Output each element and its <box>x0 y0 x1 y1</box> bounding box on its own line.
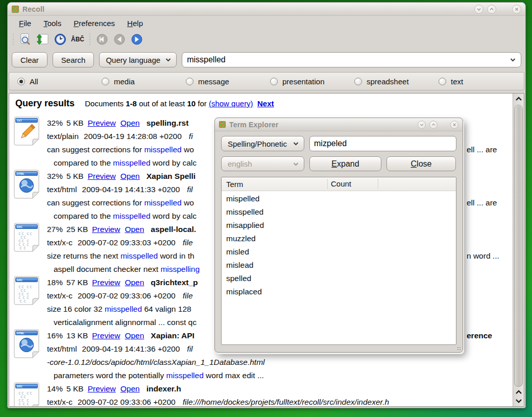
show-query-link[interactable]: (show query) <box>209 99 253 108</box>
filter-option-text[interactable]: text <box>439 77 523 86</box>
results-header: Query results Documents 1-8 out of at le… <box>15 98 274 109</box>
svg-text:c: c <box>27 231 29 236</box>
unshade-button[interactable] <box>487 5 496 14</box>
open-link[interactable]: Open <box>120 119 140 127</box>
menu-item-help[interactable]: Help <box>122 17 148 29</box>
filter-option-all[interactable]: All <box>17 77 102 86</box>
column-header-count[interactable]: Count <box>327 179 378 189</box>
update-index-icon[interactable] <box>36 32 50 47</box>
html-file-icon[interactable]: HTML <box>13 329 40 359</box>
filter-option-media[interactable]: media <box>102 77 186 86</box>
file-size: 13 KB <box>66 331 88 340</box>
snippet-text: can suggest corrections for <box>47 198 144 207</box>
result-date: 2009-07-02 09:33:06 +0200 <box>78 398 176 406</box>
term-row[interactable]: mispelled <box>222 192 456 205</box>
mime-type: text/x-c <box>47 398 72 406</box>
preview-link[interactable]: Preview <box>92 331 120 340</box>
open-link[interactable]: Open <box>125 331 144 340</box>
term-row[interactable]: muzzled <box>222 232 456 245</box>
file-size: 25 KB <box>66 225 88 234</box>
radio-icon[interactable] <box>439 78 446 85</box>
scroll-down-button[interactable] <box>513 396 524 405</box>
preview-link[interactable]: Preview <box>88 384 116 393</box>
expand-button[interactable]: Expand <box>309 156 381 171</box>
result-info-line: text/html2009-04-19 14:41:36 +0200fil <box>47 342 216 356</box>
preview-link[interactable]: Preview <box>92 225 120 234</box>
toolbar-handle[interactable] <box>11 33 15 45</box>
src-file-icon[interactable]: SRCcccccccccccccc <box>13 223 40 252</box>
dialog-unshade-button[interactable] <box>429 121 438 129</box>
snippet-text: aspell document checker next <box>54 265 160 273</box>
menu-item-preferences[interactable]: Preferences <box>68 17 120 29</box>
term-row[interactable]: misapplied <box>222 219 456 232</box>
window-titlebar[interactable]: Recoll <box>8 3 525 16</box>
menu-bar: FileToolsPreferencesHelp <box>8 16 525 30</box>
radio-icon[interactable] <box>102 78 109 85</box>
term-row[interactable]: misplaced <box>222 285 456 298</box>
next-page-icon[interactable] <box>130 32 144 47</box>
previous-page-icon[interactable] <box>112 32 127 47</box>
txt-file-icon[interactable]: TXT <box>13 117 40 146</box>
expansion-mode-select[interactable]: Spelling/Phonetic <box>221 136 304 151</box>
open-link[interactable]: Open <box>120 384 140 393</box>
dialog-shade-button[interactable] <box>418 121 426 129</box>
relevance-percent: 16% <box>47 331 63 340</box>
query-language-select[interactable]: Query language <box>99 52 177 67</box>
preview-link[interactable]: Preview <box>92 278 120 287</box>
snippet-text: word by calc <box>151 158 197 167</box>
radio-icon[interactable] <box>17 78 25 85</box>
clear-button[interactable]: Clear <box>12 52 47 67</box>
radio-icon[interactable] <box>270 78 278 85</box>
src-file-icon[interactable]: SRCcccccccccccccc <box>13 276 40 306</box>
filter-option-presentation[interactable]: presentation <box>270 77 354 86</box>
term-row[interactable]: misled <box>222 245 456 259</box>
chevron-up-icon <box>430 122 437 128</box>
term-row[interactable]: mislead <box>222 259 456 272</box>
language-select[interactable]: english <box>221 156 304 171</box>
overflow-text-fragment: erence <box>467 329 492 342</box>
preview-document-icon[interactable] <box>18 32 33 47</box>
shade-button[interactable] <box>474 5 483 14</box>
scroll-up-button[interactable] <box>513 94 524 103</box>
preview-link[interactable]: Preview <box>88 119 116 127</box>
history-icon[interactable] <box>53 32 67 47</box>
scrollbar-thumb[interactable] <box>514 105 523 387</box>
svg-text:TXT: TXT <box>17 119 22 122</box>
radio-icon[interactable] <box>186 78 194 85</box>
term-explorer-abc-icon[interactable]: ÅBĈ <box>70 32 85 47</box>
svg-text:SRC: SRC <box>17 385 23 388</box>
search-input[interactable] <box>183 55 510 64</box>
filter-option-spreadsheet[interactable]: spreadsheet <box>354 77 439 86</box>
filter-option-message[interactable]: message <box>186 77 270 86</box>
menu-item-tools[interactable]: Tools <box>38 17 66 29</box>
chevron-down-icon <box>293 162 299 166</box>
radio-icon[interactable] <box>354 78 362 85</box>
result-meta-line: 14%5 KBPreviewOpenindexer.h <box>47 382 389 396</box>
preview-link[interactable]: Preview <box>88 172 116 180</box>
open-link[interactable]: Open <box>120 172 140 180</box>
scroll-up-button-bottom[interactable] <box>513 387 524 397</box>
dialog-titlebar[interactable]: Term Explorer <box>215 118 463 131</box>
resize-grip[interactable] <box>457 346 461 351</box>
open-link[interactable]: Open <box>125 225 144 234</box>
open-link[interactable]: Open <box>125 278 144 287</box>
result-snippet-line: parameters word the potentially misspell… <box>47 369 265 382</box>
search-button[interactable]: Search <box>53 52 94 67</box>
term-input[interactable] <box>309 136 456 151</box>
first-page-icon[interactable] <box>95 32 109 47</box>
term-row[interactable]: spelled <box>222 272 456 285</box>
term-row[interactable]: misspelled <box>222 205 456 219</box>
next-page-link[interactable]: Next <box>257 99 274 108</box>
menu-item-file[interactable]: File <box>14 17 36 29</box>
dialog-close-button[interactable] <box>450 121 458 129</box>
result-url: file <box>183 291 193 300</box>
column-header-term[interactable]: Term <box>222 180 327 189</box>
window-controls <box>474 5 521 14</box>
results-scrollbar[interactable] <box>513 94 524 406</box>
filter-label: presentation <box>282 77 325 86</box>
dialog-close-action-button[interactable]: Close <box>386 156 456 171</box>
src-file-icon[interactable]: SRCcccccccccccccc <box>13 382 40 407</box>
html-file-icon[interactable]: HTML <box>13 170 40 199</box>
close-button[interactable] <box>512 5 521 14</box>
search-query-combobox[interactable] <box>182 52 521 67</box>
